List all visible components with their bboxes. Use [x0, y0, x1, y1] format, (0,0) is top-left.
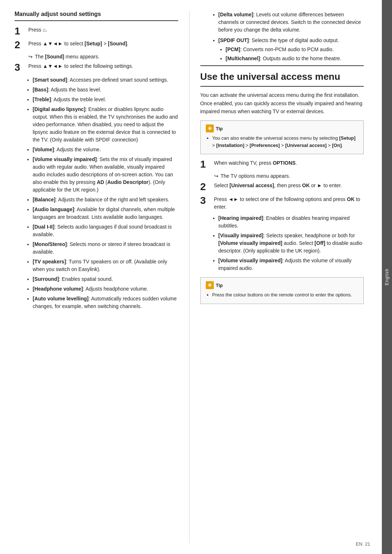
- list-item: [Smart sound]: Accesses pre-defined smar…: [33, 76, 178, 84]
- right-step-1-indent-text: The TV options menu appears.: [221, 173, 290, 179]
- right-step-3-content: Press ◄► to select one of the following …: [214, 196, 364, 211]
- footer-label: EN: [356, 541, 362, 547]
- tip-2-list: Press the colour buttons on the remote c…: [212, 291, 359, 299]
- right-step-1-indent: ↪ The TV options menu appears.: [214, 173, 364, 179]
- sidebar-label: English: [384, 268, 389, 285]
- footer-page: 21: [365, 541, 370, 547]
- list-item: [Treble]: Adjusts the treble level.: [33, 96, 178, 103]
- list-item: [SPDIF OUT]: Selects the type of digital…: [219, 37, 364, 62]
- list-item: [Digital audio lipsync]: Enables or disa…: [33, 106, 178, 144]
- list-item: [Dual I-II]: Selects audio languages if …: [33, 223, 178, 238]
- section-divider: [200, 65, 364, 66]
- footer: EN 21: [356, 541, 370, 547]
- step-1-content: Press ⌂.: [28, 26, 47, 34]
- right-step-2-number: 2: [200, 182, 212, 192]
- tip-header-1: ✳ Tip: [206, 124, 359, 132]
- right-step-3-number: 3: [200, 196, 212, 206]
- list-item: [Delta volume]: Levels out volume differ…: [219, 11, 364, 34]
- tip-1-list: You can also enable the universal access…: [212, 135, 359, 149]
- list-item: [Multichannel]: Outputs audio to the hom…: [226, 55, 364, 62]
- spdif-sub-list: [PCM]: Converts non-PCM audio to PCM aud…: [226, 46, 364, 62]
- list-item: Press the colour buttons on the remote c…: [212, 291, 359, 299]
- step-2: 2 Press ▲▼◄► to select [Setup] > [Sound]…: [15, 40, 178, 50]
- list-item: [TV speakers]: Turns TV speakers on or o…: [33, 258, 178, 273]
- settings-bullet-list: [Smart sound]: Accesses pre-defined smar…: [33, 76, 178, 310]
- list-item: [Surround]: Enables spatial sound.: [33, 275, 178, 283]
- list-item: [Mono/Stereo]: Selects mono or stereo if…: [33, 241, 178, 256]
- list-item: [Volume]: Adjusts the volume.: [33, 146, 178, 153]
- left-column: Manually adjust sound settings 1 Press ⌂…: [15, 11, 189, 543]
- list-item: You can also enable the universal access…: [212, 135, 359, 149]
- right-step-1: 1 When watching TV, press OPTIONS.: [200, 159, 364, 169]
- right-step-3: 3 Press ◄► to select one of the followin…: [200, 196, 364, 211]
- list-item: [Hearing impaired]: Enables or disables …: [219, 214, 364, 230]
- step-3-content: Press ▲▼◄► to select the following setti…: [28, 62, 133, 70]
- step-2-indent: ↪ The [Sound] menu appears.: [28, 54, 178, 59]
- right-step-3-bullets: [Hearing impaired]: Enables or disables …: [219, 214, 364, 272]
- left-section-title: Manually adjust sound settings: [15, 11, 178, 21]
- right-step-2: 2 Select [Universal access], then press …: [200, 182, 364, 192]
- tip-label-2: Tip: [216, 282, 223, 289]
- list-item: [Auto volume levelling]: Automatically r…: [33, 295, 178, 310]
- step-2-content: Press ▲▼◄► to select [Setup] > [Sound].: [28, 40, 128, 48]
- content-area: Manually adjust sound settings 1 Press ⌂…: [0, 0, 382, 554]
- list-item: [Bass]: Adjusts the bass level.: [33, 86, 178, 94]
- list-item: [Headphone volume]: Adjusts headphone vo…: [33, 285, 178, 293]
- list-item: [Volume visually impaired]: Adjusts the …: [219, 257, 364, 272]
- arrow-icon: ↪: [214, 173, 219, 179]
- list-item: [Audio language]: Available for digital …: [33, 206, 178, 221]
- tip-box-2: ✳ Tip Press the colour buttons on the re…: [200, 277, 364, 304]
- tip-box-1: ✳ Tip You can also enable the universal …: [200, 120, 364, 154]
- right-step-1-number: 1: [200, 159, 212, 169]
- step-1: 1 Press ⌂.: [15, 26, 178, 36]
- tip-label-1: Tip: [216, 125, 223, 132]
- tip-icon-1: ✳: [206, 124, 214, 132]
- sidebar-language-tab: English: [382, 0, 392, 554]
- step-3-number: 3: [15, 62, 26, 73]
- right-column: [Delta volume]: Levels out volume differ…: [189, 11, 364, 543]
- arrow-icon: ↪: [28, 54, 33, 59]
- list-item: [Balance]: Adjusts the balance of the ri…: [33, 196, 178, 204]
- step-2-number: 2: [15, 40, 26, 50]
- list-item: [PCM]: Converts non-PCM audio to PCM aud…: [226, 46, 364, 53]
- step-3: 3 Press ▲▼◄► to select the following set…: [15, 62, 178, 73]
- right-step-2-content: Select [Universal access], then press OK…: [214, 182, 342, 189]
- universal-access-title: Use the universal access menu: [200, 71, 364, 87]
- right-top-bullets: [Delta volume]: Levels out volume differ…: [219, 11, 364, 62]
- step-2-indent-text: The [Sound] menu appears.: [35, 54, 99, 59]
- right-step-1-content: When watching TV, press OPTIONS.: [214, 159, 297, 167]
- step-1-number: 1: [15, 26, 26, 36]
- tip-icon-2: ✳: [206, 281, 214, 289]
- tip-header-2: ✳ Tip: [206, 281, 359, 289]
- section-intro: You can activate the universal access me…: [200, 91, 364, 115]
- list-item: [Volume visually impaired]: Sets the mix…: [33, 156, 178, 194]
- page: English Manually adjust sound settings 1…: [0, 0, 392, 554]
- list-item: [Visually impaired]: Selects speaker, he…: [219, 232, 364, 255]
